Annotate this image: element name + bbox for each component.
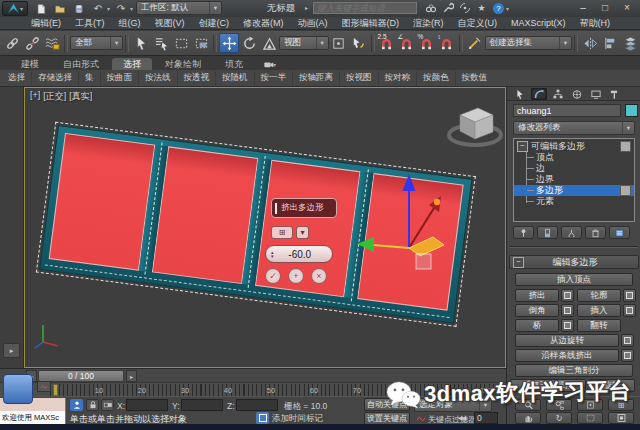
- scene-explorer-expand-button[interactable]: ▸: [3, 343, 20, 358]
- communication-center-button[interactable]: [457, 1, 472, 15]
- outline-button[interactable]: 轮廓: [577, 289, 621, 302]
- toolbar-overflow-icon[interactable]: ▸: [305, 4, 308, 11]
- caddy-ok-button[interactable]: ✓: [265, 268, 281, 284]
- viewport-general-menu[interactable]: [+]: [30, 90, 40, 103]
- snaps-toggle-button[interactable]: 2.5: [377, 33, 397, 53]
- tool-by-half[interactable]: 按一半: [254, 71, 293, 86]
- inset-button[interactable]: 插入: [577, 304, 621, 317]
- spinner-snap-button[interactable]: ↕: [437, 33, 457, 53]
- caddy-extrusion-type-dropdown[interactable]: ▾: [296, 226, 309, 239]
- add-time-tag-icon[interactable]: [256, 412, 269, 424]
- tool-by-normal[interactable]: 按法线: [138, 71, 177, 86]
- tool-select[interactable]: 选择: [2, 71, 31, 86]
- viewport-shading-menu[interactable]: [真实]: [69, 90, 92, 103]
- reference-coordsys-dropdown[interactable]: 视图 ▾: [279, 36, 328, 50]
- stack-edge[interactable]: 边: [514, 163, 634, 174]
- mirror-button[interactable]: [580, 33, 600, 53]
- inset-settings-button[interactable]: [623, 304, 636, 317]
- go-to-start-button[interactable]: ◀◀: [458, 414, 465, 421]
- app-logo-button[interactable]: ▾: [2, 1, 28, 16]
- show-end-result-button[interactable]: [537, 226, 558, 239]
- caddy-cancel-button[interactable]: ×: [311, 268, 327, 284]
- x-coordinate-field[interactable]: [126, 399, 168, 411]
- window-crossing-button[interactable]: [191, 33, 211, 53]
- viewcube[interactable]: [439, 96, 511, 152]
- tab-utilities[interactable]: [607, 88, 623, 100]
- flip-button[interactable]: 翻转: [577, 319, 621, 332]
- undo-dropdown-icon[interactable]: ▾: [107, 5, 110, 12]
- open-file-button[interactable]: [52, 2, 68, 16]
- caddy-height-value[interactable]: -60.0: [276, 249, 332, 260]
- selected-polygon-1[interactable]: [49, 133, 155, 271]
- ribbon-tab-modeling[interactable]: 建模: [10, 58, 50, 70]
- nav-zoom-button[interactable]: [515, 399, 541, 411]
- viewport-pov-menu[interactable]: [正交]: [43, 90, 66, 103]
- nav-zoom-extents-all-button[interactable]: ⊞: [608, 399, 634, 411]
- menu-rendering[interactable]: 渲染(R): [406, 17, 451, 30]
- nav-pan-button[interactable]: [515, 412, 541, 424]
- tool-by-numeric[interactable]: 按数值: [455, 71, 494, 86]
- stack-element[interactable]: 元素: [514, 196, 634, 207]
- tab-create[interactable]: [512, 88, 528, 100]
- menu-group[interactable]: 组(G): [112, 17, 148, 30]
- extrude-settings-button[interactable]: [561, 289, 574, 302]
- stack-polygon-selected[interactable]: 多边形: [514, 185, 634, 196]
- close-button[interactable]: ×: [616, 1, 638, 14]
- maximize-button[interactable]: □: [594, 1, 616, 14]
- percent-snap-button[interactable]: %: [417, 33, 437, 53]
- open-mini-curve-editor-button[interactable]: [3, 374, 33, 404]
- ribbon-tab-selection[interactable]: 选择: [112, 58, 152, 70]
- selection-region-button[interactable]: [171, 33, 191, 53]
- isolate-selection-toggle[interactable]: [70, 399, 83, 411]
- menu-tools[interactable]: 工具(T): [68, 17, 112, 30]
- rollout-collapse-icon[interactable]: −: [513, 257, 524, 268]
- absolute-offset-mode-toggle[interactable]: [101, 399, 114, 411]
- tool-by-color[interactable]: 按颜色: [416, 71, 455, 86]
- y-coordinate-field[interactable]: [181, 399, 223, 411]
- menu-edit[interactable]: 编辑(E): [24, 17, 68, 30]
- select-and-scale-button[interactable]: [259, 33, 279, 53]
- tool-by-view[interactable]: 按视图: [339, 71, 378, 86]
- edit-named-selection-sets-button[interactable]: [465, 33, 485, 53]
- spinner-arrows-icon[interactable]: ▴▾: [271, 250, 274, 258]
- menu-modifiers[interactable]: 修改器(M): [236, 17, 291, 30]
- caddy-extrusion-type-button[interactable]: ⊞: [271, 226, 293, 239]
- stack-border[interactable]: 边界: [514, 174, 634, 185]
- retriangulate-button[interactable]: 重复三角算法: [510, 379, 586, 392]
- edit-polygons-rollout-header[interactable]: − 编辑多边形: [509, 255, 639, 269]
- stack-vertex[interactable]: 顶点: [514, 152, 634, 163]
- turn-button[interactable]: 旋转: [589, 379, 635, 392]
- select-by-name-button[interactable]: [151, 33, 171, 53]
- new-scene-button[interactable]: [33, 2, 49, 16]
- viewport[interactable]: [+] [正交] [真实]: [24, 87, 506, 368]
- minimize-button[interactable]: –: [572, 1, 594, 14]
- select-and-link-button[interactable]: [2, 33, 22, 53]
- tool-by-pivot-distance[interactable]: 按轴距离: [292, 71, 339, 86]
- tab-motion[interactable]: [569, 88, 585, 100]
- mini-curve-editor-icon[interactable]: [37, 381, 51, 392]
- tool-set[interactable]: 集: [78, 71, 100, 86]
- caddy-apply-button[interactable]: +: [288, 268, 304, 284]
- bridge-settings-button[interactable]: [561, 319, 574, 332]
- transform-gizmo[interactable]: [341, 166, 481, 296]
- auto-key-button[interactable]: 自动关键点: [364, 398, 410, 411]
- maxscript-mini-listener[interactable]: 欢迎使用 MAXSc: [0, 411, 66, 424]
- select-object-button[interactable]: [131, 33, 151, 53]
- extrude-along-spline-settings-button[interactable]: [621, 349, 634, 362]
- menu-help[interactable]: 帮助(H): [573, 17, 618, 30]
- hinge-settings-button[interactable]: [621, 334, 634, 347]
- tool-by-random[interactable]: 按随机: [215, 71, 254, 86]
- extrude-along-spline-button[interactable]: 沿样条线挤出: [515, 349, 619, 362]
- collapse-toggle-icon[interactable]: −: [517, 141, 528, 152]
- tab-display[interactable]: [588, 88, 604, 100]
- hinge-from-edge-button[interactable]: 从边旋转: [515, 334, 619, 347]
- selection-filter-dropdown[interactable]: 全部 ▾: [70, 36, 123, 50]
- bridge-button[interactable]: 桥: [515, 319, 559, 332]
- tool-by-perspective[interactable]: 按透视: [177, 71, 216, 86]
- workspace-dropdown[interactable]: 工作区: 默认 ▾: [136, 1, 222, 15]
- redo-button[interactable]: ↷: [113, 2, 129, 16]
- help-dropdown-icon[interactable]: ▾: [506, 5, 509, 15]
- tool-by-surface[interactable]: 按曲面: [100, 71, 139, 86]
- caddy-title-bar[interactable]: 挤出多边形: [271, 198, 337, 218]
- extrude-button[interactable]: 挤出: [515, 289, 559, 302]
